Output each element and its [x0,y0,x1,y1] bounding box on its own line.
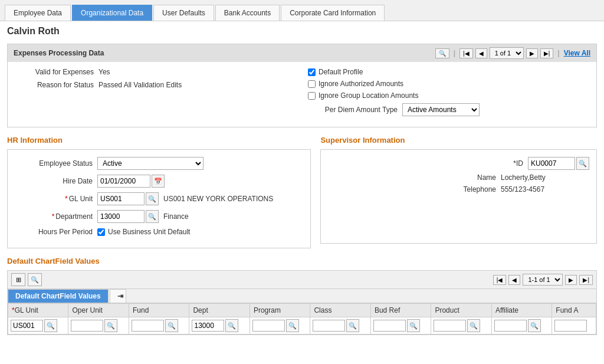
row-fund-search[interactable]: 🔍 [165,319,178,332]
ignore-authorized-label: Ignore Authorized Amounts [319,80,403,88]
cell-fund: 🔍 [129,317,189,335]
default-profile-checkbox[interactable] [308,68,316,76]
chartfield-table-wrapper: *GL Unit Oper Unit Fund Dept Program Cla… [8,303,596,335]
expenses-section-header: Expenses Processing Data 🔍 | |◀ ◀ 1 of 1… [8,44,596,62]
row-class-group: 🔍 [313,319,367,332]
chartfield-box: ⊞ 🔍 |◀ ◀ 1-1 of 1 ▶ ▶| Default ChartFiel… [7,270,597,335]
supervisor-section: Supervisor Information *ID 🔍 Name Locher… [320,136,597,248]
employee-status-dropdown[interactable]: Active Inactive Leave [97,157,203,170]
per-diem-row: Per Diem Amount Type Active Amounts Hist… [308,103,588,116]
row-dept-search[interactable]: 🔍 [225,319,238,332]
department-label: Department [15,212,97,221]
search-expenses-btn[interactable]: 🔍 [435,48,449,58]
gl-unit-input[interactable] [97,192,145,205]
row-fund-a-input[interactable] [554,320,587,332]
main-tabs: Employee Data Organizational Data User D… [0,0,604,21]
next-btn[interactable]: ▶ [526,48,538,58]
row-bud-ref-group: 🔍 [373,319,428,332]
row-affiliate-search[interactable]: 🔍 [528,319,541,332]
row-program-input[interactable] [252,320,285,332]
row-fund-input[interactable] [132,320,164,332]
cf-last-btn[interactable]: ▶| [579,275,593,285]
department-input[interactable] [97,210,145,223]
hours-per-period-label: Hours Per Period [15,228,97,236]
row-oper-unit-search[interactable]: 🔍 [104,319,117,332]
tab-employee-data[interactable]: Employee Data [5,5,71,21]
cell-program: 🔍 [250,317,310,335]
cf-prev-btn[interactable]: ◀ [508,275,520,285]
col-oper-unit: Oper Unit [68,304,129,317]
supervisor-telephone-value: 555/123-4567 [501,185,589,194]
supervisor-id-search-btn[interactable]: 🔍 [576,157,589,170]
row-class-search[interactable]: 🔍 [346,319,359,332]
row-product-input[interactable] [434,320,466,332]
valid-for-expenses-label: Valid for Expenses [16,68,99,76]
hours-per-period-row: Hours Per Period Use Business Unit Defau… [15,228,303,236]
page-title: Calvin Roth [7,26,597,37]
first-btn[interactable]: |◀ [459,48,473,58]
row-program-search[interactable]: 🔍 [286,319,299,332]
chartfield-toolbar-left: ⊞ 🔍 [11,273,42,286]
hire-date-input-group: 📅 [97,175,165,188]
grid-btn[interactable]: ⊞ [11,273,25,286]
page-select[interactable]: 1 of 1 [490,47,524,59]
tab-user-defaults[interactable]: User Defaults [153,5,214,21]
per-diem-label: Per Diem Amount Type [308,106,402,114]
tab-corporate-card[interactable]: Corporate Card Information [281,5,385,21]
ignore-authorized-checkbox[interactable] [308,80,316,88]
department-search-btn[interactable]: 🔍 [146,210,159,223]
tab-bank-accounts[interactable]: Bank Accounts [215,5,280,21]
page-content: Calvin Roth Expenses Processing Data 🔍 |… [0,21,604,348]
ignore-authorized-row: Ignore Authorized Amounts [308,80,588,88]
gl-unit-search-btn[interactable]: 🔍 [146,192,159,205]
supervisor-info-box: *ID 🔍 Name Locherty,Betty Telephone 555/… [320,149,597,244]
col-program: Program [250,304,310,317]
cell-oper-unit: 🔍 [68,317,129,335]
expenses-left-col: Valid for Expenses Yes Reason for Status… [16,68,296,121]
gl-unit-row: GL Unit 🔍 US001 NEW YORK OPERATIONS [15,192,303,205]
cf-next-btn[interactable]: ▶ [565,275,577,285]
ignore-group-checkbox[interactable] [308,92,316,100]
chartfield-expand-tab[interactable]: ⇥ [110,289,126,303]
cell-affiliate: 🔍 [491,317,552,335]
hire-date-input[interactable] [97,175,150,188]
row-dept-input[interactable] [192,320,224,332]
hr-section-title: HR Information [7,136,311,145]
department-row: Department 🔍 Finance [15,210,303,223]
employee-status-row: Employee Status Active Inactive Leave [15,157,303,170]
row-class-input[interactable] [313,320,345,332]
hours-per-period-checkbox[interactable] [97,228,105,236]
supervisor-id-input[interactable] [528,157,575,170]
row-product-search[interactable]: 🔍 [467,319,480,332]
chartfield-nav-controls: |◀ ◀ 1-1 of 1 ▶ ▶| [493,274,593,286]
chartfield-toolbar: ⊞ 🔍 |◀ ◀ 1-1 of 1 ▶ ▶| [8,271,596,289]
expenses-nav-controls: 🔍 | |◀ ◀ 1 of 1 ▶ ▶| | View All [435,47,590,59]
cf-page-select[interactable]: 1-1 of 1 [523,274,563,286]
last-btn[interactable]: ▶| [540,48,554,58]
row-gl-unit-search[interactable]: 🔍 [44,319,57,332]
row-gl-unit-input[interactable] [11,320,43,332]
cell-gl-unit: 🔍 [8,317,68,335]
col-fund: Fund [129,304,189,317]
row-oper-unit-input[interactable] [71,320,103,332]
hr-section: HR Information Employee Status Active In… [7,136,311,248]
cell-class: 🔍 [310,317,370,335]
calendar-btn[interactable]: 📅 [152,175,165,188]
supervisor-id-input-group: 🔍 [528,157,589,170]
cf-first-btn[interactable]: |◀ [493,275,507,285]
default-profile-label: Default Profile [319,68,363,76]
tab-organizational-data[interactable]: Organizational Data [72,5,152,21]
supervisor-telephone-row: Telephone 555/123-4567 [328,185,589,194]
view-all-link[interactable]: View All [564,49,590,57]
supervisor-name-row: Name Locherty,Betty [328,173,589,182]
per-diem-dropdown[interactable]: Active Amounts Historical Amounts [402,103,480,116]
chartfield-section-title: Default ChartField Values [7,257,597,265]
row-bud-ref-input[interactable] [373,320,406,332]
chartfield-inner-tabs: Default ChartField Values ⇥ [8,289,596,303]
row-affiliate-input[interactable] [494,320,527,332]
prev-btn[interactable]: ◀ [475,48,487,58]
valid-for-expenses-row: Valid for Expenses Yes [16,68,296,76]
search-chartfield-btn[interactable]: 🔍 [28,273,42,286]
chartfield-tab[interactable]: Default ChartField Values [8,289,109,303]
row-bud-ref-search[interactable]: 🔍 [407,319,420,332]
